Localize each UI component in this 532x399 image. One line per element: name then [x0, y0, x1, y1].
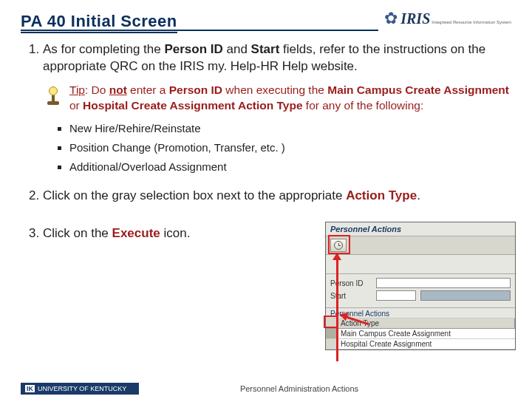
iris-logo-text: IRIS [400, 10, 430, 27]
sap-window-title: Personnel Actions [326, 222, 515, 236]
bullet-1: New Hire/Rehire/Reinstate [69, 121, 511, 136]
execute-button[interactable] [330, 239, 347, 252]
slide-footer: IK UNIVERSITY OF KENTUCKY Personnel Admi… [0, 383, 532, 395]
grid-row-2-text: Hospital Create Assignment [338, 339, 515, 349]
sap-form: Person ID Start [326, 274, 515, 308]
tip-h: for any of the following: [303, 99, 424, 112]
grid-select-header [326, 318, 338, 328]
execute-clock-icon [334, 241, 343, 250]
grid-action-type-header: Action Type [338, 318, 515, 328]
s3-a: Click on the [43, 226, 112, 240]
tip-b: enter a [127, 83, 169, 96]
grid-row-1-text: Main Campus Create Assignment [338, 329, 515, 338]
iris-flower-icon: ✿ [384, 9, 398, 28]
person-id-input[interactable] [376, 278, 511, 288]
start-to-input[interactable] [420, 290, 511, 301]
grid-row-hospital[interactable]: Hospital Create Assignment [326, 339, 515, 349]
tip-person-id: Person ID [169, 83, 222, 96]
bullet-3: Additional/Overload Assignment [69, 160, 511, 174]
slide-header: PA 40 Initial Screen ✿ IRIS Integrated R… [0, 0, 532, 31]
step-1: As for completing the Person ID and Star… [43, 41, 511, 174]
s3-execute: Execute [112, 226, 160, 240]
iris-logo-subtext: Integrated Resource Information System [432, 20, 511, 25]
s2-action-type: Action Type [346, 188, 417, 202]
footer-caption: Personnel Administration Actions [87, 384, 511, 393]
sap-blank-area [326, 255, 515, 274]
s1-person-id: Person ID [164, 42, 222, 56]
s3-c: icon. [160, 226, 191, 240]
sap-toolbar [326, 236, 515, 255]
tip-f: or [69, 99, 83, 112]
person-id-label: Person ID [330, 279, 372, 287]
grid-row-main-campus[interactable]: Main Campus Create Assignment [326, 329, 515, 339]
s1-start: Start [251, 42, 280, 56]
instruction-list: As for completing the Person ID and Star… [0, 31, 532, 242]
tip-text: Tip: Do not enter a Person ID when execu… [69, 83, 511, 114]
s2-c: . [417, 188, 420, 202]
tip-d: when executing the [222, 83, 327, 96]
tip-label: Tip [69, 83, 85, 96]
s1-text-c: and [223, 42, 251, 56]
s1-text-a: As for completing the [43, 42, 164, 56]
sap-group-label: Personnel Actions [326, 308, 515, 318]
tip-not: not [109, 83, 127, 96]
tip-block: Tip: Do not enter a Person ID when execu… [43, 83, 511, 114]
start-label: Start [330, 292, 372, 300]
sap-grid-header: Action Type [326, 318, 515, 329]
lamp-icon [43, 84, 64, 105]
uk-ik-icon: IK [25, 385, 35, 392]
start-input[interactable] [376, 290, 416, 301]
tip-bullet-list: New Hire/Rehire/Reinstate Position Chang… [69, 121, 511, 175]
tip-a: : Do [85, 83, 109, 96]
tip-hospital: Hospital Create Assignment Action Type [83, 99, 302, 112]
tip-main-campus: Main Campus Create Assignment [327, 83, 509, 96]
sap-screenshot: Personnel Actions Person ID Start Person… [325, 222, 516, 350]
start-row: Start [330, 290, 511, 301]
grid-selection-box-2[interactable] [326, 339, 338, 349]
bullet-2: Position Change (Promotion, Transfer, et… [69, 140, 511, 155]
page-title: PA 40 Initial Screen [21, 12, 177, 33]
step-2: Click on the gray selection box next to … [43, 188, 511, 205]
s2-a: Click on the gray selection box next to … [43, 188, 346, 202]
person-id-row: Person ID [330, 278, 511, 288]
grid-selection-box-1[interactable] [326, 329, 338, 338]
iris-logo: ✿ IRIS Integrated Resource Information S… [384, 9, 511, 28]
title-wrap: PA 40 Initial Screen [21, 12, 384, 31]
